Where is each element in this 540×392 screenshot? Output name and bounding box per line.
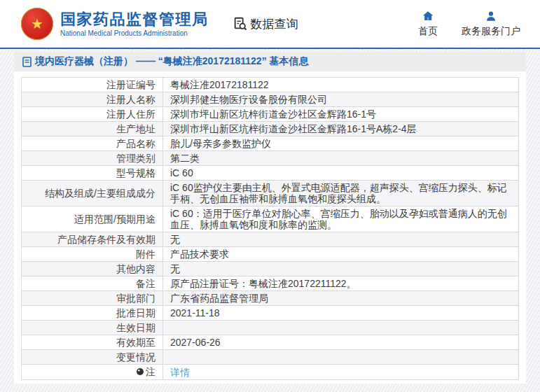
row-label-text: 审批部门 <box>116 293 155 304</box>
row-value-text: 深圳邦健生物医疗设备股份有限公司 <box>170 94 327 105</box>
table-row: 管理类别第二类 <box>22 151 519 166</box>
row-value <box>163 350 519 365</box>
data-query-link[interactable]: 数据查询 <box>233 16 298 32</box>
row-value-text: 无 <box>170 234 180 245</box>
row-value-text: iC 60监护仪主要由主机、外置式电源适配器，超声探头、宫缩压力探头、标记手柄、… <box>170 182 507 204</box>
table-row: 注册证编号粤械注准20172181122 <box>22 78 519 92</box>
agency-name: 国家药品监督管理局 National Medical Products Admi… <box>60 10 209 38</box>
row-label-text: 产品名称 <box>116 138 155 149</box>
table-row: 生效日期 <box>22 321 519 335</box>
user-icon <box>485 10 497 22</box>
row-value-text: 深圳市坪山新区坑梓街道金沙社区金辉路16-1号 <box>170 108 376 120</box>
page-title-bar: 境内医疗器械（注册） —— “粤械注准20172181122” 基本信息 <box>14 52 526 71</box>
row-label: 生效日期 <box>22 321 163 335</box>
data-query-label: 数据查询 <box>251 16 298 32</box>
nav-item-home[interactable]: 首页 <box>418 10 438 38</box>
row-label-text: 有效期至 <box>116 337 155 348</box>
row-label-text: 生产地址 <box>116 123 155 134</box>
row-value-text: 2021-11-18 <box>170 307 220 318</box>
table-row: 生产地址深圳市坪山新区坑梓街道金沙社区金辉路16-1号A栋2-4层 <box>22 122 519 136</box>
row-label-text: 注册证编号 <box>106 79 155 90</box>
row-label: 注册人名称 <box>22 92 163 107</box>
row-label: 产品名称 <box>22 136 163 151</box>
row-label-text: 生效日期 <box>116 322 155 333</box>
table-row: 有效期至2027-06-26 <box>22 335 519 350</box>
detail-link[interactable]: 详情 <box>170 367 190 378</box>
national-emblem-logo: ★ <box>21 8 53 40</box>
table-row: 审批部门广东省药品监督管理局 <box>22 291 519 306</box>
row-value <box>163 321 519 335</box>
row-label-text: 产品储存条件及有效期 <box>57 234 155 245</box>
row-value-text: 胎儿/母亲多参数监护仪 <box>170 138 271 149</box>
row-value-text: iC 60：适用于医疗单位对胎心率、宫缩压力、胎动以及孕妇或普通病人的无创血压、… <box>170 208 507 230</box>
row-label-text: 管理类别 <box>116 153 155 164</box>
row-label: 审批部门 <box>22 291 163 306</box>
table-row: 注册人名称深圳邦健生物医疗设备股份有限公司 <box>22 92 519 107</box>
table-row: 型号规格iC 60 <box>22 166 519 181</box>
row-label: 型号规格 <box>22 166 163 181</box>
row-value: iC 60：适用于医疗单位对胎心率、宫缩压力、胎动以及孕妇或普通病人的无创血压、… <box>163 206 519 232</box>
row-label-text: 注 <box>146 366 155 377</box>
row-label: 结构及组成/主要组成成分 <box>22 181 163 206</box>
table-row: 适用范围/预期用途iC 60：适用于医疗单位对胎心率、宫缩压力、胎动以及孕妇或普… <box>22 206 519 232</box>
row-value: 深圳市坪山新区坑梓街道金沙社区金辉路16-1号 <box>163 107 519 122</box>
table-row: 批准日期2021-11-18 <box>22 306 519 321</box>
row-label-text: 批准日期 <box>116 307 155 318</box>
table-row: 变更情况 <box>22 350 519 365</box>
row-label: 其他内容 <box>22 262 163 276</box>
home-icon <box>422 10 434 22</box>
table-row: 注册人住所深圳市坪山新区坑梓街道金沙社区金辉路16-1号 <box>22 107 519 122</box>
document-icon <box>22 57 32 67</box>
row-value: iC 60监护仪主要由主机、外置式电源适配器，超声探头、宫缩压力探头、标记手柄、… <box>163 181 519 206</box>
row-label: 批准日期 <box>22 306 163 321</box>
table-row: 其他内容无 <box>22 262 519 276</box>
table-row: 附件产品技术要求 <box>22 247 519 262</box>
table-row: 产品储存条件及有效期无 <box>22 232 519 247</box>
agency-name-en: National Medical Products Administration <box>60 29 209 38</box>
row-label: 注册人住所 <box>22 107 163 122</box>
row-label-text: 结构及组成/主要组成成分 <box>45 188 155 199</box>
page-title: 境内医疗器械（注册） —— “粤械注准20172181122” 基本信息 <box>35 55 309 68</box>
nav-item-label: 首页 <box>418 25 438 38</box>
table-row: 注详情 <box>22 365 519 380</box>
row-value-text: 2027-06-26 <box>170 337 221 348</box>
row-label-text: 适用范围/预期用途 <box>74 214 155 225</box>
row-value-text: 无 <box>170 263 180 274</box>
nav-item-label: 政务服务门户 <box>462 25 520 38</box>
row-value: 粤械注准20172181122 <box>163 78 519 92</box>
top-nav: 首页 政务服务门户 <box>418 10 520 38</box>
row-value: 无 <box>163 262 519 276</box>
table-row: 备注原产品注册证号：粤械注准20172211122。 <box>22 276 519 291</box>
row-value: 2027-06-26 <box>163 335 519 350</box>
row-label: 附件 <box>22 247 163 262</box>
row-value: 深圳邦健生物医疗设备股份有限公司 <box>163 92 519 107</box>
row-value: 深圳市坪山新区坑梓街道金沙社区金辉路16-1号A栋2-4层 <box>163 122 519 136</box>
row-value: 产品技术要求 <box>163 247 519 262</box>
row-label: 生产地址 <box>22 122 163 136</box>
content-panel: 境内医疗器械（注册） —— “粤械注准20172181122” 基本信息 注册证… <box>14 52 526 384</box>
agency-name-zh: 国家药品监督管理局 <box>60 10 209 29</box>
row-value-text: 原产品注册证号：粤械注准20172211122。 <box>170 278 356 289</box>
site-header: ★ 国家药品监督管理局 National Medical Products Ad… <box>0 0 540 49</box>
row-value-text: 粤械注准20172181122 <box>170 79 269 90</box>
row-label: 适用范围/预期用途 <box>22 206 163 232</box>
row-value: iC 60 <box>163 166 519 181</box>
table-row: 产品名称胎儿/母亲多参数监护仪 <box>22 136 519 151</box>
row-label-text: 注册人住所 <box>106 108 155 120</box>
row-label-text: 变更情况 <box>116 351 155 363</box>
row-label: 产品储存条件及有效期 <box>22 232 163 247</box>
row-value-text: 深圳市坪山新区坑梓街道金沙社区金辉路16-1号A栋2-4层 <box>170 123 417 134</box>
row-label: 注册证编号 <box>22 78 163 92</box>
row-value-text: iC 60 <box>170 167 193 178</box>
row-label: 备注 <box>22 276 163 291</box>
registration-info-table: 注册证编号粤械注准20172181122注册人名称深圳邦健生物医疗设备股份有限公… <box>21 77 519 380</box>
row-label-text: 附件 <box>136 248 155 260</box>
nav-item-portal[interactable]: 政务服务门户 <box>462 10 520 38</box>
row-value-text: 第二类 <box>170 153 200 164</box>
row-value-text: 产品技术要求 <box>170 248 229 260</box>
row-label-text: 备注 <box>136 278 155 289</box>
row-value: 原产品注册证号：粤械注准20172211122。 <box>163 276 519 291</box>
row-value: 详情 <box>163 365 519 380</box>
row-value: 广东省药品监督管理局 <box>163 291 519 306</box>
row-label-text: 其他内容 <box>116 263 155 274</box>
